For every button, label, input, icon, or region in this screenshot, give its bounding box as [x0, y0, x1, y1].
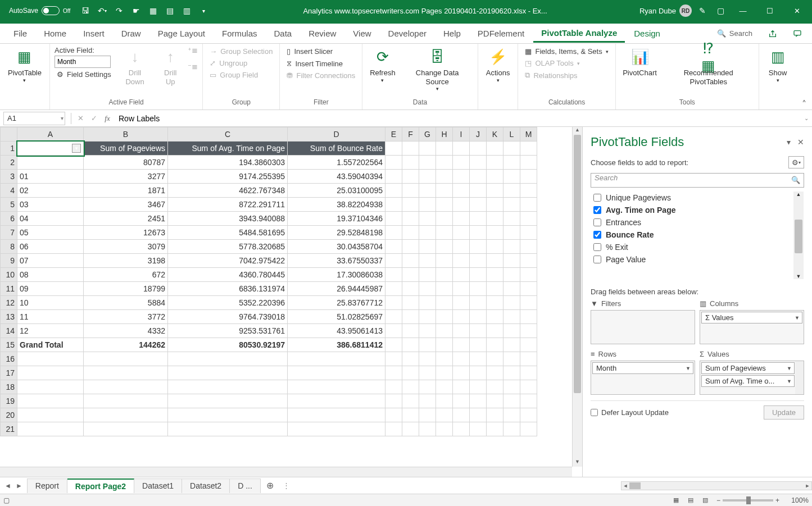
pt-area-item[interactable]: Σ Values▼ [701, 312, 802, 323]
cell-C5[interactable]: 8722.291711 [168, 198, 288, 212]
cell-A20[interactable] [17, 408, 84, 422]
cell-C16[interactable] [168, 352, 288, 366]
row-header-8[interactable]: 8 [1, 240, 17, 254]
cell-B16[interactable] [84, 352, 168, 366]
cell-I20[interactable] [453, 408, 470, 422]
collapse-field-icon[interactable]: ⁻≣ [188, 62, 198, 71]
qat-icon-1[interactable]: ▦ [146, 3, 160, 18]
cell-I16[interactable] [453, 352, 470, 366]
cell-B2[interactable]: 80787 [84, 156, 168, 170]
cell-D13[interactable]: 51.02825697 [288, 310, 385, 324]
tab-help[interactable]: Help [436, 25, 469, 42]
cell-H3[interactable] [436, 170, 453, 184]
pt-columns-box[interactable]: Σ Values▼ [700, 310, 804, 344]
cell-G14[interactable] [419, 324, 436, 338]
formula-input[interactable] [114, 112, 801, 125]
cell-D14[interactable]: 43.95061413 [288, 324, 385, 338]
cell-E14[interactable] [385, 324, 402, 338]
cell-J10[interactable] [470, 268, 487, 282]
cell-C18[interactable] [168, 380, 288, 394]
cell-A10[interactable]: 08 [17, 268, 84, 282]
cell-M15[interactable] [520, 338, 537, 352]
sheet-nav-prev[interactable]: ◄ [4, 482, 11, 490]
tab-pdfelement[interactable]: PDFelement [470, 25, 532, 42]
zoom-in-button[interactable]: + [775, 496, 779, 504]
cell-C15[interactable]: 80530.92197 [168, 338, 288, 352]
cell-A15[interactable]: Grand Total [17, 338, 84, 352]
cell-D17[interactable] [288, 366, 385, 380]
cell-I13[interactable] [453, 310, 470, 324]
row-header-21[interactable]: 21 [1, 422, 17, 436]
cell-B8[interactable]: 3079 [84, 240, 168, 254]
cell-G6[interactable] [419, 212, 436, 226]
cell-D3[interactable]: 43.59040394 [288, 170, 385, 184]
cell-C11[interactable]: 6836.131974 [168, 282, 288, 296]
cell-G13[interactable] [419, 310, 436, 324]
row-header-7[interactable]: 7 [1, 226, 17, 240]
toggle-off-icon[interactable] [42, 6, 60, 15]
name-box[interactable]: A1 ▾ [3, 112, 65, 125]
col-header-C[interactable]: C [168, 127, 288, 142]
cell-E19[interactable] [385, 394, 402, 408]
cell-C2[interactable]: 194.3860303 [168, 156, 288, 170]
cell-I2[interactable] [453, 156, 470, 170]
pt-area-item[interactable]: Month▼ [592, 362, 693, 374]
cell-K15[interactable] [487, 338, 503, 352]
row-header-9[interactable]: 9 [1, 254, 17, 268]
cell-C14[interactable]: 9253.531761 [168, 324, 288, 338]
row-header-13[interactable]: 13 [1, 310, 17, 324]
grid-table[interactable]: ABCDEFGHIJKLM1Row Labels▼Sum of Pageview… [0, 127, 537, 436]
cell-L19[interactable] [503, 394, 520, 408]
coming-soon-icon[interactable]: ✎ [695, 3, 710, 18]
cell-F15[interactable] [402, 338, 419, 352]
sheet-tab-3[interactable]: Dataset2 [182, 478, 230, 493]
cell-F11[interactable] [402, 282, 419, 296]
cell-J13[interactable] [470, 310, 487, 324]
cell-J6[interactable] [470, 212, 487, 226]
cell-J5[interactable] [470, 198, 487, 212]
cell-F12[interactable] [402, 296, 419, 310]
cell-B11[interactable]: 18799 [84, 282, 168, 296]
cell-I19[interactable] [453, 394, 470, 408]
cell-F9[interactable] [402, 254, 419, 268]
fields-items-sets-button[interactable]: ▦Fields, Items, & Sets▾ [523, 46, 610, 57]
col-header-G[interactable]: G [419, 127, 436, 142]
cell-J15[interactable] [470, 338, 487, 352]
cell-F16[interactable] [402, 352, 419, 366]
cell-E13[interactable] [385, 310, 402, 324]
show-button[interactable]: ▥ Show▾ [764, 46, 792, 85]
row-header-11[interactable]: 11 [1, 282, 17, 296]
pt-field-2[interactable]: Entrances [591, 216, 793, 229]
cell-D12[interactable]: 25.83767712 [288, 296, 385, 310]
cell-H15[interactable] [436, 338, 453, 352]
cell-L12[interactable] [503, 296, 520, 310]
close-button[interactable]: ✕ [785, 2, 809, 19]
cell-A9[interactable]: 07 [17, 254, 84, 268]
cell-L10[interactable] [503, 268, 520, 282]
pivottable-button[interactable]: ▦ PivotTable ▾ [4, 46, 45, 85]
cell-H13[interactable] [436, 310, 453, 324]
cell-E9[interactable] [385, 254, 402, 268]
tab-file[interactable]: File [6, 25, 35, 42]
cell-A5[interactable]: 03 [17, 198, 84, 212]
cell-E15[interactable] [385, 338, 402, 352]
hscroll-track[interactable]: ◄ ► [621, 481, 812, 490]
pt-filters-box[interactable] [591, 310, 695, 344]
zoom-track[interactable] [723, 499, 773, 502]
col-header-L[interactable]: L [503, 127, 520, 142]
cell-B3[interactable]: 3277 [84, 170, 168, 184]
cell-H9[interactable] [436, 254, 453, 268]
cell-G21[interactable] [419, 422, 436, 436]
pt-values-box[interactable]: Sum of Pageviews▼Sum of Avg. Time o...▼ [700, 361, 804, 395]
cell-D16[interactable] [288, 352, 385, 366]
row-header-15[interactable]: 15 [1, 338, 17, 352]
cell-A13[interactable]: 11 [17, 310, 84, 324]
sheet-tab-2[interactable]: Dataset1 [134, 478, 182, 493]
cell-I11[interactable] [453, 282, 470, 296]
refresh-button[interactable]: ⟳ Refresh▾ [367, 46, 398, 85]
cell-C10[interactable]: 4360.780445 [168, 268, 288, 282]
cell-B4[interactable]: 1871 [84, 184, 168, 198]
cell-K19[interactable] [487, 394, 503, 408]
cell-D2[interactable]: 1.557202564 [288, 156, 385, 170]
cell-F3[interactable] [402, 170, 419, 184]
